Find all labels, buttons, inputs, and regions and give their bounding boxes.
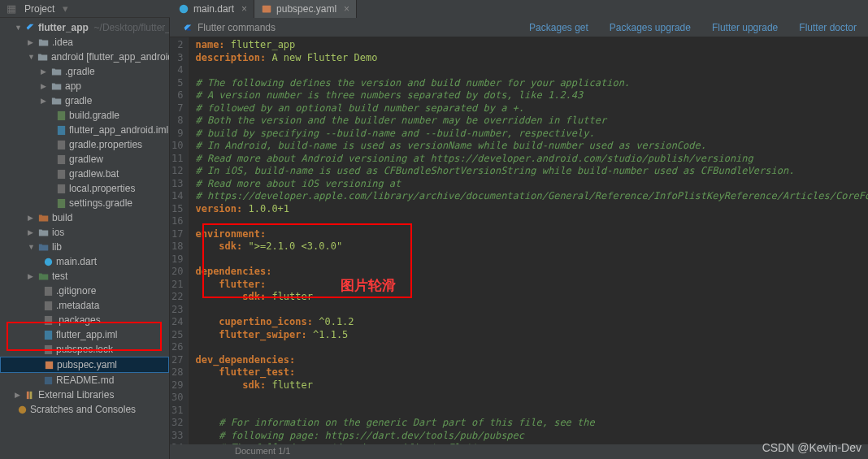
chevron-right-icon: ▶ (41, 80, 49, 93)
tree-file-settings-gradle[interactable]: settings.gradle (0, 196, 169, 210)
tree-label: build.gradle (69, 109, 119, 122)
file-icon (56, 169, 67, 180)
tab-main-dart[interactable]: main.dart × (171, 0, 254, 18)
tree-label: .gradle (65, 65, 95, 78)
svg-rect-8 (58, 154, 65, 163)
tree-folder-lib[interactable]: ▼lib (0, 240, 169, 254)
tree-folder-build[interactable]: ▶build (0, 210, 169, 225)
chevron-down-icon: ▼ (28, 50, 35, 63)
iml-file-icon (56, 125, 67, 136)
flutter-project-icon (24, 22, 36, 33)
svg-rect-7 (58, 140, 65, 149)
svg-rect-18 (46, 361, 53, 368)
code-editor[interactable]: 2 3 4 5 6 7 8 9 10 11 12 13 14 15 16 17 … (170, 37, 868, 444)
folder-icon (38, 37, 50, 47)
svg-rect-9 (58, 169, 65, 178)
properties-file-icon (56, 184, 67, 194)
close-icon[interactable]: × (241, 3, 247, 15)
chevron-right-icon: ▶ (28, 226, 36, 239)
tree-file-gradlew-bat[interactable]: gradlew.bat (0, 167, 169, 181)
tree-file-gradlew[interactable]: gradlew (0, 152, 169, 167)
editor-tabs: main.dart × pubspec.yaml × (170, 0, 868, 18)
tree-label: README.md (56, 374, 114, 387)
library-icon (25, 390, 36, 401)
tree-file-packages[interactable]: .packages (0, 313, 169, 327)
flutter-icon (181, 22, 193, 33)
project-tool-icon[interactable]: ▦ (7, 2, 16, 15)
tree-folder-gradle-dot[interactable]: ▶.gradle (0, 64, 169, 79)
source-folder-icon (38, 242, 50, 252)
annotation-text: 图片轮滑 (341, 276, 396, 295)
svg-marker-4 (27, 24, 34, 30)
tree-external-libs[interactable]: ▶External Libraries (0, 388, 169, 402)
tree-label: .packages (56, 314, 101, 327)
tree-file-build-gradle[interactable]: build.gradle (0, 108, 169, 123)
tree-label: gradlew.bat (69, 167, 119, 180)
folder-icon (51, 67, 63, 76)
folder-icon (38, 227, 50, 237)
properties-file-icon (56, 140, 67, 150)
document-status: Document 1/1 (235, 446, 290, 456)
tab-pubspec-yaml[interactable]: pubspec.yaml × (254, 0, 357, 18)
folder-excluded-icon (38, 213, 50, 223)
tree-folder-gradle[interactable]: ▶gradle (0, 93, 169, 108)
chevron-right-icon: ▶ (28, 270, 36, 283)
folder-icon (51, 96, 63, 106)
tree-root-name: flutter_app (38, 21, 89, 34)
chevron-right-icon: ▶ (28, 211, 36, 224)
flutter-upgrade-link[interactable]: Flutter upgrade (712, 22, 778, 33)
tree-label: build (52, 211, 72, 224)
project-tree: ▼ flutter_app ~/Desktop/flutter_app ▶.id… (0, 18, 169, 419)
tab-label: main.dart (193, 3, 234, 15)
yaml-file-icon (44, 360, 54, 370)
tree-file-pubspec-yaml[interactable]: pubspec.yaml (0, 357, 169, 373)
tree-folder-app[interactable]: ▶app (0, 79, 169, 93)
flutter-doctor-link[interactable]: Flutter doctor (799, 22, 857, 33)
tree-label: Scratches and Consoles (30, 403, 136, 416)
dart-file-icon (43, 257, 54, 267)
tree-folder-idea[interactable]: ▶.idea (0, 35, 169, 50)
tree-file-local-props[interactable]: local.properties (0, 181, 169, 196)
close-icon[interactable]: × (344, 3, 349, 15)
tree-label: .metadata (56, 299, 99, 312)
svg-rect-13 (45, 286, 52, 295)
tree-folder-test[interactable]: ▶test (0, 269, 169, 284)
markdown-file-icon (43, 375, 54, 386)
svg-rect-16 (45, 330, 52, 339)
svg-rect-15 (45, 315, 52, 324)
tree-label: .gitignore (56, 284, 96, 297)
tree-file-gradle-props[interactable]: gradle.properties (0, 137, 169, 152)
chevron-right-icon: ▶ (41, 94, 49, 107)
tree-root[interactable]: ▼ flutter_app ~/Desktop/flutter_app (0, 20, 169, 35)
tree-label: lib (52, 240, 62, 253)
tree-file-readme[interactable]: README.md (0, 373, 169, 388)
tree-scratches[interactable]: Scratches and Consoles (0, 402, 169, 417)
packages-get-link[interactable]: Packages get (529, 22, 588, 33)
code-content[interactable]: name: flutter_app description: A new Flu… (189, 37, 868, 444)
file-icon (43, 286, 54, 297)
tree-label: flutter_app_android.iml (69, 123, 168, 136)
svg-point-12 (45, 258, 52, 265)
tree-label: flutter_app.iml (56, 328, 117, 341)
tree-file-flutter-app-iml[interactable]: flutter_app.iml (0, 327, 169, 342)
svg-point-0 (180, 5, 189, 14)
dropdown-icon[interactable]: ▾ (63, 2, 68, 15)
folder-icon (37, 52, 49, 62)
tree-file-main-dart[interactable]: main.dart (0, 254, 169, 269)
tree-file-metadata[interactable]: .metadata (0, 298, 169, 313)
chevron-down-icon: ▼ (15, 21, 22, 34)
chevron-right-icon: ▶ (41, 65, 49, 78)
tree-label: External Libraries (38, 388, 114, 401)
tree-file-pubspec-lock[interactable]: pubspec.lock (0, 342, 169, 357)
tree-label: settings.gradle (69, 197, 132, 210)
project-label[interactable]: Project (24, 3, 54, 15)
tree-file-iml[interactable]: flutter_app_android.iml (0, 123, 169, 137)
scratch-icon (17, 405, 28, 415)
tree-label: ios (52, 226, 64, 239)
tree-file-gitignore[interactable]: .gitignore (0, 284, 169, 298)
svg-rect-1 (263, 6, 271, 13)
packages-upgrade-link[interactable]: Packages upgrade (610, 22, 691, 33)
yaml-icon (261, 3, 272, 15)
tree-folder-ios[interactable]: ▶ios (0, 225, 169, 240)
tree-folder-android[interactable]: ▼android [flutter_app_android] (0, 50, 169, 64)
